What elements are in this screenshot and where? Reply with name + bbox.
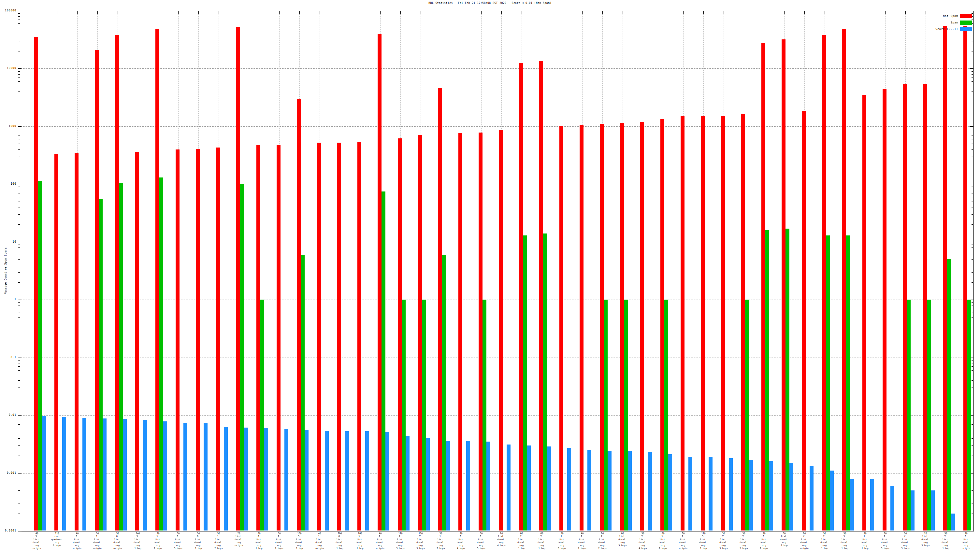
bar-not-spam [297,98,301,530]
bar-score [143,420,147,530]
x-axis-label-line: list. [208,538,229,541]
bar-score [911,491,915,530]
bar-score [385,432,389,530]
x-axis-label-line: Y. [653,535,673,538]
x-axis-label: 20@Y.list.dnswl.org1 hop [350,532,370,550]
x-tick [865,11,865,14]
x-axis-label-line: 2. [390,535,410,538]
bar-not-spam [438,88,442,530]
bar-spam [382,192,385,530]
y-minor-tick [972,424,973,425]
y-minor-tick [18,98,20,99]
y-minor-tick [972,92,973,92]
y-major-tick [18,242,22,242]
x-axis-label-line: 11@ [47,532,67,535]
y-gridline [18,68,974,69]
x-axis-label-line: 9@ [815,532,835,535]
x-axis-label-line: 6@ [249,532,269,535]
x-axis-label-line: Y. [532,535,552,538]
x-axis-label-line: list. [431,538,451,541]
bar-not-spam [115,35,119,530]
x-axis-label-line: 2. [572,535,592,538]
x-axis-label-line: 6@ [592,532,612,535]
x-axis-label-line: list. [108,538,128,541]
x-axis-label-line: 2. [269,535,289,538]
x-axis-label-line: 2 hops [148,547,168,550]
x-tick [37,11,37,14]
x-axis-label-line: 9@ [875,532,895,535]
x-axis-label-line: 3 hops [713,547,734,550]
bar-not-spam [479,133,482,530]
x-axis-label-line: org [491,541,512,544]
bar-spam [159,178,163,530]
x-axis-label: 0@list.dnswl.org5 hops [612,532,633,547]
y-tick-label: 100 [0,183,16,186]
x-axis-label-line: 11@ [693,532,713,535]
x-axis-label-line: list. [633,538,653,541]
y-minor-tick [972,139,973,140]
x-axis-label-line: 3. [693,535,713,538]
x-axis-label-line: 2@ [229,532,249,535]
y-minor-tick [972,418,973,418]
bar-spam [543,233,547,530]
x-axis-label-line: dnswl. [936,541,956,544]
bar-not-spam [660,119,664,530]
bar-not-spam [256,145,260,530]
y-minor-tick [18,28,20,29]
x-axis-label-line: dnswl. [269,541,289,544]
x-axis-label-line: org [148,544,168,547]
x-axis-label-line: 3 hops [875,547,895,550]
bar-not-spam [135,152,139,530]
x-axis-label-line: 2. [956,535,976,538]
y-minor-tick [972,265,973,265]
x-axis-label-line: org [108,544,128,547]
bar-score [365,431,369,530]
bar-not-spam [236,27,240,530]
x-axis-label-line: 1 hop [512,547,532,550]
x-axis-label-line: origin [370,547,390,550]
bar-not-spam [903,84,907,530]
x-axis-label-line: dnswl. [370,541,390,544]
y-minor-tick [972,41,973,41]
y-minor-tick [18,41,20,41]
bar-spam [240,184,244,530]
y-minor-tick [18,135,20,135]
x-axis-label-line: list. [249,538,269,541]
x-tick [77,11,78,14]
x-axis-label-line: org [289,544,310,547]
x-tick [441,11,441,14]
x-axis-label-line: dnswl. [572,541,592,544]
x-tick [966,11,966,14]
y-minor-tick [18,309,20,309]
x-tick [542,11,542,14]
x-axis-label: 9@1.list.dnswl.org2 hops [208,532,229,550]
bar-score [285,429,288,530]
x-axis-label-line: dnswl. [815,541,835,544]
bar-spam [99,199,103,530]
x-axis-label-line: dnswl. [713,541,734,544]
y-minor-tick [18,78,20,78]
bar-spam [442,255,446,530]
y-minor-tick [18,503,20,503]
x-axis-label-line: 4@ [370,532,390,535]
bar-score [689,457,692,530]
x-axis-label-line: 3. [289,535,310,538]
x-axis-label-line: list. [875,538,895,541]
y-minor-tick [18,272,20,273]
y-minor-tick [972,438,973,439]
x-axis-label-line: Y. [148,535,168,538]
x-axis-label-line: 2 hops [754,547,774,550]
x-axis-label-line: 8 hops [47,544,67,547]
x-axis-label-line: 1. [208,535,229,538]
x-tick [784,11,784,14]
x-axis-label-line: org [693,544,713,547]
bar-not-spam [216,148,220,530]
bar-score [426,438,430,530]
x-axis-label-line: org [754,544,774,547]
legend-label-not_spam: Not Spam [877,14,958,18]
x-axis-label-line: 2. [754,535,774,538]
bar-score [83,418,86,530]
x-axis-label-line: 3. [128,535,148,538]
y-minor-tick [972,317,973,318]
x-axis-label-line: 9@ [754,532,774,535]
